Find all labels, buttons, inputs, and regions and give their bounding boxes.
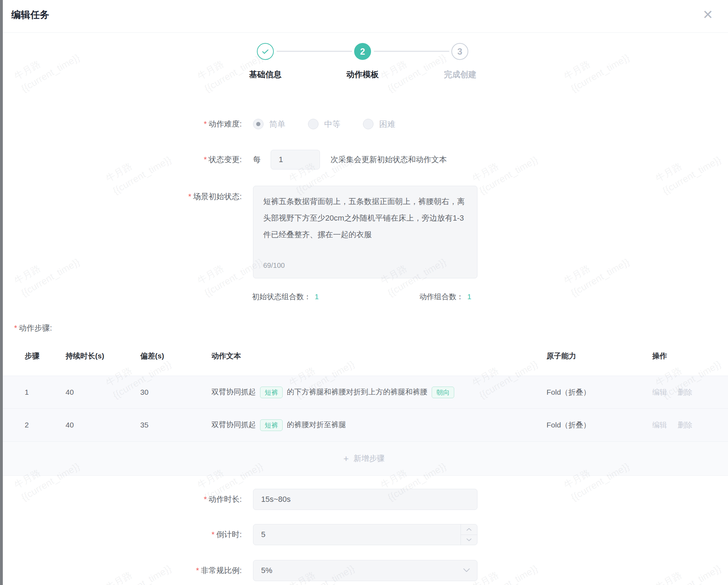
step-3-number: 3 [457,47,462,57]
close-icon[interactable]: ✕ [703,8,713,22]
col-header-operations: 操作 [652,351,728,361]
step-1-circle [257,43,274,60]
steps-table-header: 步骤 持续时长(s) 偏差(s) 动作文本 原子能力 操作 [0,343,728,369]
difficulty-row: *动作难度: 简单 中等 困难 [0,116,728,132]
duration-label: *动作时长: [0,494,247,505]
table-row: 14030双臂协同抓起短裤的下方裤腿和裤腰对折到上方的裤腿和裤腰朝向Fold（折… [0,376,728,409]
table-row: 24035双臂协同抓起短裤的裤腰对折至裤腿Fold（折叠）编辑删除 [0,409,728,442]
action-text: 双臂协同抓起 [211,420,256,429]
state-change-label: *状态变更: [0,154,247,165]
required-marker: * [204,155,207,164]
watermark-text: 牛月路{{current_time}} [11,38,82,96]
step-connector [277,51,352,52]
state-change-input[interactable] [271,150,320,170]
dialog-title: 编辑任务 [11,0,49,30]
unusual-ratio-row: *非常规比例: 5% [0,560,728,581]
add-step-button[interactable]: + 新增步骤 [0,442,728,476]
step-3-circle: 3 [451,43,468,60]
operations-cell: 编辑删除 [652,420,728,430]
radio-icon [253,119,264,129]
action-text: 双臂协同抓起 [211,388,256,396]
steps-table-body: 14030双臂协同抓起短裤的下方裤腿和裤腰对折到上方的裤腿和裤腰朝向Fold（折… [0,376,728,476]
initial-state-label: *场景初始状态: [0,186,247,202]
difficulty-radio-0[interactable]: 简单 [253,119,285,130]
action-combo-value: 1 [467,292,471,301]
edit-link[interactable]: 编辑 [652,421,667,429]
step-2-label: 动作模板 [320,69,405,80]
action-combo-count: 动作组合数： 1 [419,290,471,304]
state-change-suffix: 次采集会更新初始状态和动作文本 [331,154,447,165]
duration-cell: 40 [66,388,140,396]
add-step-label: 新增步骤 [354,453,385,464]
difficulty-radio-1[interactable]: 中等 [308,119,340,130]
object-tag: 短裤 [260,387,283,398]
number-spinner [461,524,477,545]
watermark-text: 牛月路{{current_time}} [378,38,449,96]
page-left-edge [0,0,3,585]
step-2-circle: 2 [354,43,371,60]
required-marker: * [211,530,215,539]
action-text-cell: 双臂协同抓起短裤的下方裤腿和裤腰对折到上方的裤腿和裤腰朝向 [211,387,547,398]
countdown-value: 5 [253,530,265,539]
state-change-prefix: 每 [253,154,261,165]
required-marker: * [204,119,207,128]
action-steps-section-label: *动作步骤: [14,323,52,333]
radio-label: 中等 [324,119,340,130]
spinner-down-icon[interactable] [461,535,477,545]
step-1-label: 基础信息 [223,69,308,80]
col-header-action-text: 动作文本 [211,351,547,361]
plus-icon: + [343,453,348,464]
ability-cell: Fold（折叠） [547,420,652,430]
duration-value: 15s~80s [253,495,291,504]
countdown-label: *倒计时: [0,529,247,540]
countdown-row: *倒计时: 5 [0,524,728,546]
initial-combo-value: 1 [315,292,319,301]
orientation-tag: 朝向 [432,387,454,398]
unusual-ratio-label: *非常规比例: [0,565,247,576]
watermark-text: 牛月路{{current_time}} [561,38,632,96]
check-icon [261,47,270,56]
required-marker: * [196,566,199,575]
edit-link[interactable]: 编辑 [652,388,667,396]
col-header-ability: 原子能力 [547,351,652,361]
duration-cell: 40 [66,421,140,429]
action-text: 的下方裤腿和裤腰对折到上方的裤腿和裤腰 [287,388,427,396]
unusual-ratio-select[interactable]: 5% [253,560,477,581]
char-counter: 69/100 [263,257,285,274]
radio-icon [308,119,319,129]
required-marker: * [188,192,191,201]
deviation-cell: 35 [140,421,211,429]
action-text: 的裤腰对折至裤腿 [287,420,346,429]
radio-icon [363,119,374,129]
initial-state-textarea[interactable]: 短裤五条数据背面朝上，五条数据正面朝上，裤腰朝右，离头部视野下方至少20cm之外… [253,186,477,278]
watermark-text: 牛月路{{current_time}} [195,38,265,96]
col-header-duration: 持续时长(s) [66,351,140,361]
radio-label: 简单 [269,119,285,130]
delete-link[interactable]: 删除 [678,421,692,429]
initial-state-row: *场景初始状态: 短裤五条数据背面朝上，五条数据正面朝上，裤腰朝右，离头部视野下… [0,186,728,278]
difficulty-radio-2[interactable]: 困难 [363,119,395,130]
operations-cell: 编辑删除 [652,387,728,397]
duration-input[interactable]: 15s~80s [253,489,477,510]
object-tag: 短裤 [260,419,283,431]
action-text-cell: 双臂协同抓起短裤的裤腰对折至裤腿 [211,419,547,431]
countdown-input[interactable]: 5 [253,524,477,545]
step-2-number: 2 [360,47,365,57]
required-marker: * [14,324,17,332]
delete-link[interactable]: 删除 [678,388,692,396]
required-marker: * [204,495,207,504]
step-cell: 1 [0,388,66,396]
chevron-down-icon [463,567,470,574]
col-header-deviation: 偏差(s) [140,351,211,361]
step-cell: 2 [0,421,66,429]
ability-cell: Fold（折叠） [547,387,652,397]
initial-combo-label: 初始状态组合数： [252,292,311,302]
dialog-header: 编辑任务 ✕ [0,0,728,33]
edit-task-dialog: 编辑任务 ✕ 2 3 基础信息 动作模板 完成创建 *动作难度: 简单 中等 [0,0,728,585]
state-change-row: *状态变更: 每 次采集会更新初始状态和动作文本 [0,149,728,170]
initial-combo-count: 初始状态组合数： 1 [252,290,319,304]
radio-label: 困难 [379,119,395,130]
spinner-up-icon[interactable] [461,524,477,535]
initial-state-text: 短裤五条数据背面朝上，五条数据正面朝上，裤腰朝右，离头部视野下方至少20cm之外… [263,193,467,243]
difficulty-label: *动作难度: [0,119,247,129]
